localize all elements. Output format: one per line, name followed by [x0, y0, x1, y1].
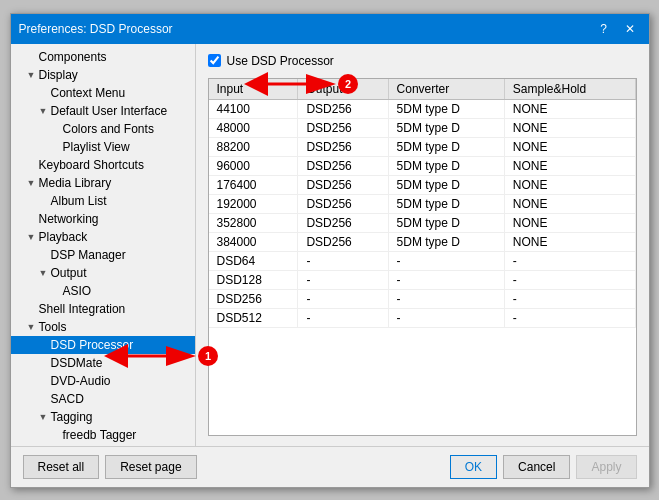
- table-cell-samplehold: NONE: [504, 194, 635, 213]
- use-dsd-processor-row: Use DSD Processor: [208, 54, 637, 68]
- table-cell-converter: 5DM type D: [388, 118, 504, 137]
- table-row[interactable]: 88200DSD2565DM type DNONE: [209, 137, 636, 156]
- sidebar-label-output: Output: [51, 266, 87, 280]
- sidebar-item-dsp-manager[interactable]: DSP Manager: [11, 246, 195, 264]
- table-cell-input: DSD256: [209, 289, 298, 308]
- help-button[interactable]: ?: [593, 20, 615, 38]
- table-cell-samplehold: NONE: [504, 137, 635, 156]
- sidebar-item-album-list[interactable]: Album List: [11, 192, 195, 210]
- sidebar-item-colors-and-fonts[interactable]: Colors and Fonts: [11, 120, 195, 138]
- sidebar-item-freedb-tagger[interactable]: freedb Tagger: [11, 426, 195, 444]
- table-header: Converter: [388, 79, 504, 100]
- table-cell-output: -: [298, 308, 388, 327]
- table-cell-input: 192000: [209, 194, 298, 213]
- table-row[interactable]: 96000DSD2565DM type DNONE: [209, 156, 636, 175]
- table-cell-input: DSD128: [209, 270, 298, 289]
- sidebar-label-dsp-manager: DSP Manager: [51, 248, 126, 262]
- sidebar-item-sacd[interactable]: SACD: [11, 390, 195, 408]
- cancel-button[interactable]: Cancel: [503, 455, 570, 479]
- sidebar-label-playback: Playback: [39, 230, 88, 244]
- sidebar-label-shell-integration: Shell Integration: [39, 302, 126, 316]
- sidebar-item-playlist-view[interactable]: Playlist View: [11, 138, 195, 156]
- sidebar-item-dsd-processor[interactable]: DSD Processor: [11, 336, 195, 354]
- sidebar-item-tagging[interactable]: ▼Tagging: [11, 408, 195, 426]
- sidebar-item-display[interactable]: ▼Display: [11, 66, 195, 84]
- sidebar-item-playback[interactable]: ▼Playback: [11, 228, 195, 246]
- sidebar-label-media-library: Media Library: [39, 176, 112, 190]
- table-row[interactable]: DSD512---: [209, 308, 636, 327]
- table-row[interactable]: DSD64---: [209, 251, 636, 270]
- sidebar-item-media-library[interactable]: ▼Media Library: [11, 174, 195, 192]
- sidebar-item-asio[interactable]: ASIO: [11, 282, 195, 300]
- table-cell-output: -: [298, 251, 388, 270]
- sidebar-item-components[interactable]: Components: [11, 48, 195, 66]
- table-cell-converter: 5DM type D: [388, 137, 504, 156]
- expand-icon-tagging: ▼: [39, 412, 49, 422]
- titlebar: Preferences: DSD Processor ? ✕: [11, 14, 649, 44]
- window-title: Preferences: DSD Processor: [19, 22, 173, 36]
- table-cell-converter: -: [388, 270, 504, 289]
- table-cell-input: 48000: [209, 118, 298, 137]
- table-cell-converter: 5DM type D: [388, 99, 504, 118]
- table-cell-input: 384000: [209, 232, 298, 251]
- use-dsd-label: Use DSD Processor: [227, 54, 334, 68]
- expand-icon-display: ▼: [27, 70, 37, 80]
- sidebar-item-shell-integration[interactable]: Shell Integration: [11, 300, 195, 318]
- table-cell-converter: 5DM type D: [388, 175, 504, 194]
- sidebar-label-context-menu: Context Menu: [51, 86, 126, 100]
- main-panel: Use DSD Processor InputOutputConverterSa…: [196, 44, 649, 446]
- table-cell-samplehold: -: [504, 308, 635, 327]
- sidebar-label-dsdmate: DSDMate: [51, 356, 103, 370]
- expand-icon-output: ▼: [39, 268, 49, 278]
- table-row[interactable]: 384000DSD2565DM type DNONE: [209, 232, 636, 251]
- table-cell-converter: -: [388, 251, 504, 270]
- table-header: Input: [209, 79, 298, 100]
- titlebar-controls: ? ✕: [593, 20, 641, 38]
- table-cell-converter: -: [388, 289, 504, 308]
- table-cell-input: 96000: [209, 156, 298, 175]
- apply-button[interactable]: Apply: [576, 455, 636, 479]
- ok-button[interactable]: OK: [450, 455, 497, 479]
- use-dsd-checkbox[interactable]: [208, 54, 221, 67]
- sidebar-label-freedb-tagger: freedb Tagger: [63, 428, 137, 442]
- table-cell-output: -: [298, 289, 388, 308]
- expand-icon-media-library: ▼: [27, 178, 37, 188]
- table-cell-converter: 5DM type D: [388, 213, 504, 232]
- sidebar-item-default-user-interface[interactable]: ▼Default User Interface: [11, 102, 195, 120]
- table-cell-output: DSD256: [298, 194, 388, 213]
- table-cell-output: DSD256: [298, 156, 388, 175]
- table-row[interactable]: 352800DSD2565DM type DNONE: [209, 213, 636, 232]
- table-row[interactable]: 48000DSD2565DM type DNONE: [209, 118, 636, 137]
- sidebar-item-context-menu[interactable]: Context Menu: [11, 84, 195, 102]
- table-row[interactable]: DSD128---: [209, 270, 636, 289]
- dsd-table-container: InputOutputConverterSample&Hold 44100DSD…: [208, 78, 637, 436]
- table-row[interactable]: 44100DSD2565DM type DNONE: [209, 99, 636, 118]
- table-header: Sample&Hold: [504, 79, 635, 100]
- sidebar-item-output[interactable]: ▼Output: [11, 264, 195, 282]
- sidebar-label-keyboard-shortcuts: Keyboard Shortcuts: [39, 158, 144, 172]
- sidebar-item-networking[interactable]: Networking: [11, 210, 195, 228]
- sidebar-label-dsd-processor: DSD Processor: [51, 338, 134, 352]
- reset-page-button[interactable]: Reset page: [105, 455, 196, 479]
- table-cell-output: -: [298, 270, 388, 289]
- sidebar-label-album-list: Album List: [51, 194, 107, 208]
- table-cell-output: DSD256: [298, 118, 388, 137]
- table-cell-output: DSD256: [298, 213, 388, 232]
- sidebar-label-asio: ASIO: [63, 284, 92, 298]
- sidebar-item-tools[interactable]: ▼Tools: [11, 318, 195, 336]
- table-row[interactable]: 176400DSD2565DM type DNONE: [209, 175, 636, 194]
- sidebar-item-keyboard-shortcuts[interactable]: Keyboard Shortcuts: [11, 156, 195, 174]
- table-cell-samplehold: NONE: [504, 99, 635, 118]
- reset-all-button[interactable]: Reset all: [23, 455, 100, 479]
- sidebar-label-display: Display: [39, 68, 78, 82]
- close-button[interactable]: ✕: [619, 20, 641, 38]
- table-row[interactable]: 192000DSD2565DM type DNONE: [209, 194, 636, 213]
- table-cell-output: DSD256: [298, 175, 388, 194]
- table-cell-converter: 5DM type D: [388, 194, 504, 213]
- sidebar-item-dvd-audio[interactable]: DVD-Audio: [11, 372, 195, 390]
- sidebar: Components▼DisplayContext Menu▼Default U…: [11, 44, 196, 446]
- sidebar-item-dsdmate[interactable]: DSDMate: [11, 354, 195, 372]
- table-row[interactable]: DSD256---: [209, 289, 636, 308]
- table-cell-samplehold: NONE: [504, 118, 635, 137]
- sidebar-label-networking: Networking: [39, 212, 99, 226]
